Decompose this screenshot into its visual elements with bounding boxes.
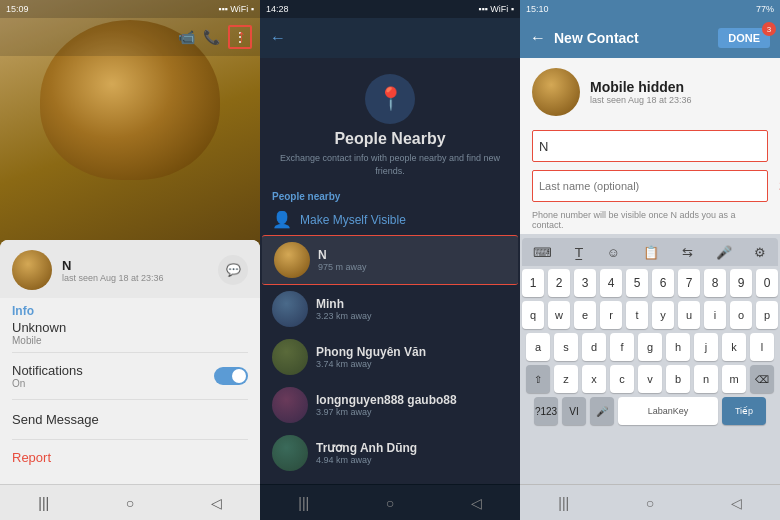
key-k[interactable]: k [722, 333, 746, 361]
panel3-back-button[interactable]: ← [530, 29, 546, 47]
key-9[interactable]: 9 [730, 269, 752, 297]
key-z[interactable]: z [554, 365, 578, 393]
video-icon[interactable]: 📹 [178, 29, 195, 45]
key-7[interactable]: 7 [678, 269, 700, 297]
kb-translate-icon[interactable]: ⇆ [682, 245, 693, 260]
kb-clipboard-icon[interactable]: 📋 [643, 245, 659, 260]
make-visible-row[interactable]: 👤 Make Myself Visible [260, 204, 520, 235]
key-a[interactable]: a [526, 333, 550, 361]
key-r[interactable]: r [600, 301, 622, 329]
mobile-info-row: Unknown Mobile [12, 320, 248, 346]
show-more-button[interactable]: ∨ Show More (11) [260, 477, 520, 484]
person-row-phong[interactable]: Phong Nguyên Văn 3.74 km away [260, 333, 520, 381]
key-c[interactable]: c [610, 365, 634, 393]
key-q[interactable]: q [522, 301, 544, 329]
firstname-input[interactable] [532, 130, 768, 162]
divider3 [12, 439, 248, 440]
key-x[interactable]: x [582, 365, 606, 393]
kb-grid-icon[interactable]: ⌨ [533, 245, 552, 260]
kb-format-icon[interactable]: T̲ [575, 245, 583, 260]
mic-key[interactable]: 🎤 [590, 397, 614, 425]
lang-key[interactable]: VI [562, 397, 586, 425]
shift-key[interactable]: ⇧ [526, 365, 550, 393]
key-u[interactable]: u [678, 301, 700, 329]
key-4[interactable]: 4 [600, 269, 622, 297]
person-truong-name: Trương Anh Dũng [316, 441, 417, 455]
key-w[interactable]: w [548, 301, 570, 329]
key-3[interactable]: 3 [574, 269, 596, 297]
nearby-subtitle: Exchange contact info with people nearby… [268, 152, 512, 177]
symbols-key[interactable]: ?123 [534, 397, 558, 425]
person-row-truong[interactable]: Trương Anh Dũng 4.94 km away [260, 429, 520, 477]
person-row-long[interactable]: longnguyen888 gaubo88 3.97 km away [260, 381, 520, 429]
key-o[interactable]: o [730, 301, 752, 329]
key-s[interactable]: s [554, 333, 578, 361]
key-e[interactable]: e [574, 301, 596, 329]
location-icon: 📍 [365, 74, 415, 124]
panel2-signal: ▪▪▪ WiFi ▪ [478, 4, 514, 14]
panel2-content: 📍 People Nearby Exchange contact info wi… [260, 58, 520, 484]
key-i[interactable]: i [704, 301, 726, 329]
key-8[interactable]: 8 [704, 269, 726, 297]
key-j[interactable]: j [694, 333, 718, 361]
panel2-nav-home[interactable]: ○ [386, 495, 394, 511]
info-section: Info Unknown Mobile Notifications On Sen… [0, 298, 260, 475]
row-asdf: a s d f g h j k l [522, 333, 778, 361]
chat-button[interactable]: 💬 [218, 255, 248, 285]
panel2-people-nearby: 14:28 ▪▪▪ WiFi ▪ ← 📍 People Nearby Excha… [260, 0, 520, 520]
num-row: 1 2 3 4 5 6 7 8 9 0 [522, 269, 778, 297]
key-f[interactable]: f [610, 333, 634, 361]
key-g[interactable]: g [638, 333, 662, 361]
avatar-n [274, 242, 310, 278]
contact-info: N last seen Aug 18 at 23:36 [62, 258, 164, 283]
panel1-bottom-nav: ||| ○ ◁ [0, 484, 260, 520]
key-2[interactable]: 2 [548, 269, 570, 297]
kb-settings-icon[interactable]: ⚙ [754, 245, 766, 260]
key-d[interactable]: d [582, 333, 606, 361]
lastname-input[interactable] [532, 170, 768, 202]
send-message-button[interactable]: Send Message [12, 406, 248, 433]
panel2-nav-recent[interactable]: ||| [298, 495, 309, 511]
panel3-nav-recent[interactable]: ||| [558, 495, 569, 511]
panel2-nav-back[interactable]: ◁ [471, 495, 482, 511]
key-t[interactable]: t [626, 301, 648, 329]
person-row-minh[interactable]: Minh 3.23 km away [260, 285, 520, 333]
report-button[interactable]: Report [12, 446, 248, 469]
key-0[interactable]: 0 [756, 269, 778, 297]
nav-recent-icon[interactable]: ||| [38, 495, 49, 511]
key-5[interactable]: 5 [626, 269, 648, 297]
panel1-time: 15:09 [6, 4, 29, 14]
nearby-hero: 📍 People Nearby Exchange contact info wi… [260, 58, 520, 185]
avatar-truong [272, 435, 308, 471]
panel3-title: New Contact [554, 30, 718, 46]
key-1[interactable]: 1 [522, 269, 544, 297]
panel3-contact-info: Mobile hidden last seen Aug 18 at 23:36 [590, 79, 692, 105]
key-l[interactable]: l [750, 333, 774, 361]
info-label: Info [12, 304, 248, 318]
notif-info: Notifications On [12, 363, 83, 389]
key-b[interactable]: b [666, 365, 690, 393]
kb-mic-icon[interactable]: 🎤 [716, 245, 732, 260]
person-row-n[interactable]: N 975 m away [262, 235, 518, 285]
space-key[interactable]: LabanKey [618, 397, 718, 425]
backspace-key[interactable]: ⌫ [750, 365, 774, 393]
key-y[interactable]: y [652, 301, 674, 329]
nav-back-icon[interactable]: ◁ [211, 495, 222, 511]
key-h[interactable]: h [666, 333, 690, 361]
kb-emoji-icon[interactable]: ☺ [606, 245, 619, 260]
key-v[interactable]: v [638, 365, 662, 393]
key-n[interactable]: n [694, 365, 718, 393]
nav-home-icon[interactable]: ○ [126, 495, 134, 511]
notifications-label: Notifications [12, 363, 83, 378]
notifications-row: Notifications On [12, 359, 248, 393]
panel3-nav-home[interactable]: ○ [646, 495, 654, 511]
make-visible-label: Make Myself Visible [300, 213, 406, 227]
key-6[interactable]: 6 [652, 269, 674, 297]
notifications-toggle[interactable] [214, 367, 248, 385]
next-key[interactable]: Tiếp [722, 397, 766, 425]
call-icon[interactable]: 📞 [203, 29, 220, 45]
back-button[interactable]: ← [270, 29, 286, 47]
key-m[interactable]: m [722, 365, 746, 393]
key-p[interactable]: p [756, 301, 778, 329]
panel3-nav-back[interactable]: ◁ [731, 495, 742, 511]
